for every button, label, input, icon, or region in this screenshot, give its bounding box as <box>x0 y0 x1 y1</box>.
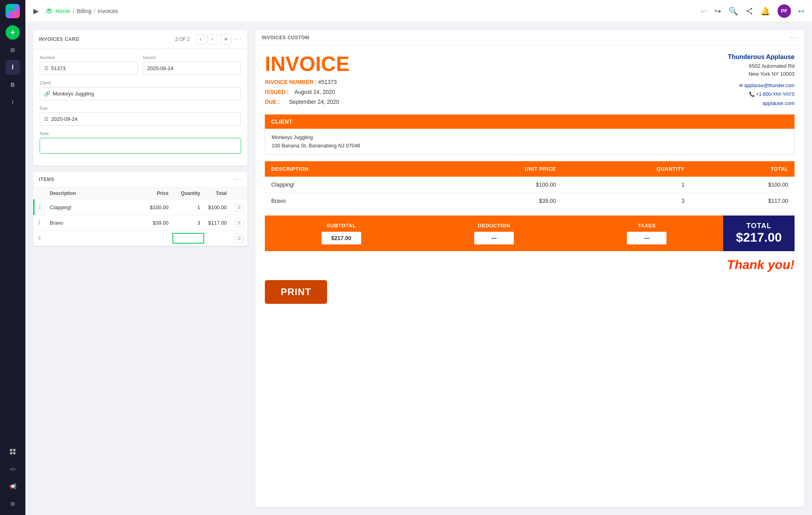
issued-input[interactable] <box>143 62 241 75</box>
add-record-button[interactable]: + <box>221 34 231 44</box>
inv-issued-colon: : <box>285 89 295 95</box>
note-row: Note <box>40 131 241 154</box>
invoice-totals: SUBTOTAL $217.00 DEDUCTION — TAXES — TOT… <box>265 216 795 251</box>
row-price-1: $100.00 <box>110 200 172 215</box>
client-address: 100 Banana St, Bananaberg NJ 07048 <box>272 142 788 150</box>
row-quantity-3[interactable] <box>172 231 204 246</box>
row-price-2: $39.00 <box>110 215 172 231</box>
delete-row-1-button[interactable]: ☰ <box>235 203 243 212</box>
main-container: ▶ Home / Billing / Invoices ↩ ↪ 🔍 <box>25 0 812 515</box>
items-more-button[interactable]: ··· <box>234 176 242 183</box>
user-avatar[interactable]: PF <box>778 4 791 18</box>
company-website-link[interactable]: applause.com <box>762 100 795 106</box>
quantity-3-input[interactable] <box>176 235 200 241</box>
subtotal-col: SUBTOTAL $217.00 <box>265 216 417 251</box>
undo-button[interactable]: ↩ <box>701 6 707 16</box>
number-field-group: Number ☰ <box>40 55 138 75</box>
layers-icon <box>45 7 53 15</box>
company-email-link[interactable]: applause@thunder.com <box>744 83 795 88</box>
note-input-field[interactable] <box>44 143 237 149</box>
total-final-label: TOTAL <box>746 222 771 230</box>
share-button[interactable] <box>745 7 753 15</box>
description-3-input[interactable] <box>50 235 106 241</box>
row-total-2: $117.00 <box>204 215 231 231</box>
prev-button[interactable]: ‹ <box>195 34 206 44</box>
expand-button[interactable]: ▶ <box>33 7 39 15</box>
sidebar-item-megaphone[interactable]: 📢 <box>6 479 20 494</box>
print-button[interactable]: PRINT <box>265 280 327 304</box>
invoice-panel-header: INVOICES Custom ··· <box>255 30 804 46</box>
svg-point-9 <box>747 10 748 12</box>
svg-point-8 <box>751 8 752 10</box>
deduction-value: — <box>474 232 514 244</box>
svg-point-10 <box>751 13 752 14</box>
delete-row-3-button[interactable]: ☰ <box>235 234 243 242</box>
next-button[interactable]: › <box>207 34 218 44</box>
col-total: Total <box>204 187 231 200</box>
col-price: Price <box>110 187 172 200</box>
number-label: Number <box>40 55 138 60</box>
price-3-input[interactable] <box>114 235 169 241</box>
deduction-label: DEDUCTION <box>478 223 510 229</box>
inv-due-colon: : <box>277 99 289 105</box>
breadcrumb-billing[interactable]: Billing <box>77 8 91 14</box>
company-name: Thunderous Applause <box>728 53 795 61</box>
inv-table-row: Bravo $39.00 3 $117.00 <box>265 193 795 209</box>
note-input[interactable] <box>40 138 241 154</box>
items-title: ITEMS <box>39 177 234 182</box>
taxes-col: TAXES — <box>571 216 723 251</box>
client-input[interactable]: 🔗 <box>40 87 241 100</box>
sidebar-item-italic-i[interactable]: I <box>6 95 20 109</box>
add-new-button[interactable]: + <box>6 25 20 40</box>
number-input[interactable]: ☰ <box>40 62 138 75</box>
sidebar-item-document-i[interactable]: I <box>6 60 20 74</box>
col-actions <box>231 187 247 200</box>
row-price-3[interactable] <box>110 231 172 246</box>
sidebar-item-layout[interactable] <box>6 444 20 459</box>
sidebar-item-grid[interactable]: ⊞ <box>6 43 20 57</box>
content-area: INVOICES Card 2 OF 2 ‹ › + ··· Number <box>25 22 812 515</box>
svg-rect-5 <box>13 449 15 451</box>
invoice-more-button[interactable]: ··· <box>790 34 798 41</box>
sidebar-item-bold-b[interactable]: B <box>6 78 20 92</box>
issued-field-group: Issued <box>143 55 241 75</box>
number-input-field[interactable] <box>51 65 134 71</box>
client-row: Client 🔗 <box>40 80 241 100</box>
svg-rect-0 <box>10 8 13 11</box>
client-label: Client <box>40 80 241 85</box>
due-input-field[interactable] <box>51 116 237 122</box>
inv-col-quantity: QUANTITY <box>562 161 691 177</box>
card-more-button[interactable]: ··· <box>234 36 242 43</box>
inv-row-total-1: $100.00 <box>691 177 795 193</box>
table-row: 2 Bravo $39.00 3 $117.00 ☰ <box>34 215 248 231</box>
app-logo[interactable] <box>6 4 20 18</box>
due-input[interactable]: ☰ <box>40 113 241 126</box>
delete-row-2-button[interactable]: ☰ <box>235 218 243 227</box>
invoice-preview-panel: INVOICES Custom ··· INVOICE INVOICE NUMB… <box>255 30 804 507</box>
deduction-col: DEDUCTION — <box>417 216 570 251</box>
pagination-label: 2 OF 2 <box>175 36 190 42</box>
company-phone-link[interactable]: +1-800-YAY-YAYS <box>756 92 795 97</box>
row-description-1: Clapping! <box>46 200 110 215</box>
redo-button[interactable]: ↪ <box>714 6 721 16</box>
svg-line-12 <box>748 11 751 13</box>
due-label: Due <box>40 106 241 111</box>
bell-button[interactable]: 🔔 <box>760 6 770 16</box>
sidebar-item-settings[interactable]: ⚙ <box>6 497 20 511</box>
collapse-button[interactable]: ↤ <box>798 7 804 15</box>
client-input-field[interactable] <box>53 91 237 97</box>
inv-due-label: DUE <box>265 99 277 105</box>
invoice-panel-title: INVOICES Custom <box>262 35 790 40</box>
inv-row-qty-1: 1 <box>562 177 691 193</box>
row-description-3[interactable] <box>46 231 110 246</box>
breadcrumb-home[interactable]: Home <box>56 8 70 14</box>
search-button[interactable]: 🔍 <box>728 6 738 16</box>
client-section-header: CLIENT <box>265 114 795 129</box>
row-quantity-1: 1 <box>172 200 204 215</box>
items-table: Description Price Quantity Total 1 Clapp… <box>33 187 247 246</box>
sidebar-item-code[interactable]: </> <box>6 462 20 476</box>
breadcrumb: Home / Billing / Invoices <box>45 7 118 15</box>
breadcrumb-sep2: / <box>94 8 96 14</box>
issued-input-field[interactable] <box>147 65 237 71</box>
nav-buttons: ‹ › <box>195 34 218 44</box>
